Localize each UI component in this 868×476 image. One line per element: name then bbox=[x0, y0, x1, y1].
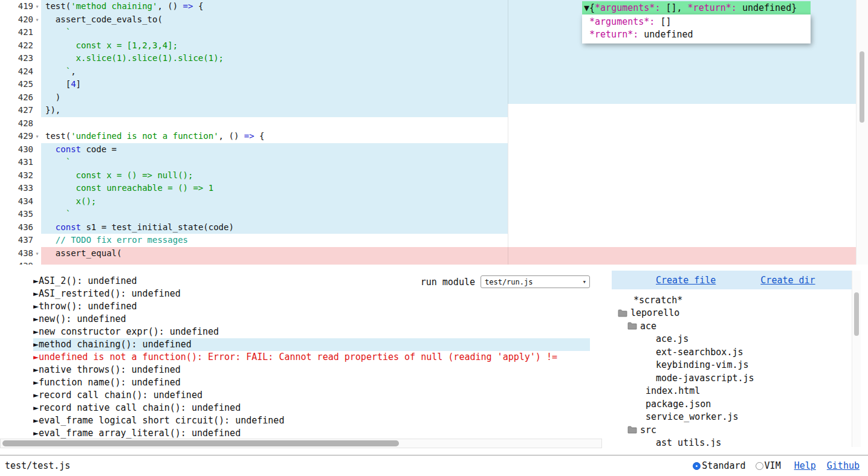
file-name: ace.js bbox=[656, 333, 688, 344]
expand-arrow-icon[interactable]: ► bbox=[33, 402, 39, 413]
expand-arrow-icon[interactable]: ► bbox=[33, 352, 39, 362]
file-item[interactable]: service_worker.js bbox=[612, 411, 861, 424]
test-result-row[interactable]: ►undefined is not a function(): Error: F… bbox=[33, 351, 590, 364]
fold-marker-icon[interactable]: ▾ bbox=[33, 247, 41, 260]
code-token: *return*: bbox=[589, 29, 638, 40]
code-line[interactable]: ` bbox=[41, 208, 868, 221]
code-editor[interactable]: 419▾test('method chaining', () => {420▾ … bbox=[0, 0, 868, 265]
editor-line[interactable]: 426 ) bbox=[0, 91, 868, 105]
expand-arrow-icon[interactable]: ► bbox=[33, 415, 39, 426]
code-token: *return* bbox=[688, 2, 731, 13]
create-file-link[interactable]: Create file bbox=[656, 275, 716, 286]
test-result-row[interactable]: ►ASI_restrited(): undefined bbox=[33, 288, 590, 300]
code-line[interactable]: const s1 = test_initial_state(code) bbox=[41, 221, 868, 234]
expand-arrow-icon[interactable]: ► bbox=[33, 428, 39, 439]
file-item[interactable]: *scratch* bbox=[612, 294, 861, 307]
code-line[interactable]: x(); bbox=[41, 195, 868, 208]
file-item[interactable]: ace.js bbox=[612, 333, 861, 346]
fold-marker-icon[interactable]: ▾ bbox=[33, 13, 41, 27]
value-tooltip-row[interactable]: *return*: undefined bbox=[582, 28, 811, 41]
editor-line[interactable]: 434 x(); bbox=[0, 195, 868, 208]
horizontal-scrollbar-thumb[interactable] bbox=[2, 440, 399, 446]
expand-arrow-icon[interactable]: ► bbox=[33, 364, 39, 375]
test-result-row[interactable]: ►new(): undefined bbox=[33, 313, 590, 326]
test-result-row[interactable]: ►record native call chain(): undefined bbox=[33, 402, 590, 414]
code-line[interactable]: }), bbox=[41, 104, 868, 117]
code-line[interactable]: `, bbox=[41, 65, 868, 79]
test-result-row[interactable]: ►record call chain(): undefined bbox=[33, 389, 590, 402]
editor-line[interactable]: 424 `, bbox=[0, 65, 868, 79]
editor-line[interactable]: 430 const code = bbox=[0, 143, 868, 156]
code-line[interactable] bbox=[41, 260, 868, 265]
file-item[interactable]: ext-searchbox.js bbox=[612, 346, 861, 359]
test-result-row[interactable]: ►method chaining(): undefined bbox=[33, 338, 590, 351]
expand-arrow-icon[interactable]: ► bbox=[33, 288, 39, 299]
code-line[interactable]: const x = () => null(); bbox=[41, 169, 868, 182]
code-line[interactable]: assert_equal( bbox=[41, 247, 868, 260]
help-link[interactable]: Help bbox=[794, 460, 816, 471]
editor-line[interactable]: 439 bbox=[0, 260, 868, 265]
editor-line[interactable]: 438▾ assert_equal( bbox=[0, 247, 868, 260]
expand-arrow-icon[interactable]: ► bbox=[33, 377, 39, 388]
code-token: : bbox=[731, 2, 737, 13]
editor-line[interactable]: 427}), bbox=[0, 104, 868, 117]
test-result-row[interactable]: ►throw(): undefined bbox=[33, 300, 590, 313]
expand-arrow-icon[interactable]: ► bbox=[33, 390, 39, 400]
editor-line[interactable]: 435 ` bbox=[0, 208, 868, 221]
horizontal-scrollbar[interactable] bbox=[0, 439, 602, 448]
value-tooltip-header[interactable]: ▼{*arguments*: [], *return*: undefined} bbox=[582, 1, 811, 14]
folder-item[interactable]: src bbox=[612, 423, 861, 437]
file-name: src bbox=[640, 425, 656, 436]
create-dir-link[interactable]: Create dir bbox=[760, 275, 815, 286]
test-result-row[interactable]: ►eval_frame logical short circuit(): und… bbox=[33, 414, 590, 427]
fold-marker-icon[interactable]: ▾ bbox=[33, 130, 41, 143]
run-module-select[interactable]: test/run.js ▾ bbox=[481, 275, 590, 288]
fold-marker-icon[interactable]: ▾ bbox=[33, 0, 41, 13]
value-inspector-tooltip: ▼{*arguments*: [], *return*: undefined} … bbox=[582, 1, 811, 43]
code-token: undefined bbox=[737, 2, 791, 13]
file-item[interactable]: ast_utils.js bbox=[612, 437, 861, 448]
file-item[interactable]: mode-javascript.js bbox=[612, 371, 861, 385]
editor-scrollbar[interactable] bbox=[856, 0, 868, 265]
code-line[interactable]: const unreachable = () => 1 bbox=[41, 182, 868, 195]
code-line[interactable] bbox=[41, 117, 868, 130]
github-link[interactable]: Github bbox=[827, 460, 860, 471]
code-line[interactable]: ) bbox=[41, 91, 868, 105]
editor-line[interactable]: 425 [4] bbox=[0, 78, 868, 91]
editor-line[interactable]: 423 x.slice(1).slice(1).slice(1); bbox=[0, 52, 868, 65]
editor-line[interactable]: 431 ` bbox=[0, 156, 868, 169]
code-line[interactable]: // TODO fix error messages bbox=[41, 234, 868, 247]
editor-line[interactable]: 428 bbox=[0, 117, 868, 130]
expand-arrow-icon[interactable]: ► bbox=[33, 339, 39, 350]
value-tooltip-row[interactable]: *arguments*: [] bbox=[582, 16, 811, 28]
test-result-row[interactable]: ►native throws(): undefined bbox=[33, 364, 590, 376]
files-scrollbar-thumb[interactable] bbox=[854, 292, 859, 336]
expand-arrow-icon[interactable]: ► bbox=[33, 314, 39, 324]
code-line[interactable]: ` bbox=[41, 156, 868, 169]
code-line[interactable]: const code = bbox=[41, 143, 868, 156]
folder-item[interactable]: leporello bbox=[612, 307, 861, 320]
test-result-row[interactable]: ►function name(): undefined bbox=[33, 376, 590, 389]
editor-line[interactable]: 433 const unreachable = () => 1 bbox=[0, 182, 868, 195]
code-token: test( bbox=[45, 131, 71, 141]
expand-arrow-icon[interactable]: ► bbox=[33, 275, 39, 286]
editor-line[interactable]: 436 const s1 = test_initial_state(code) bbox=[0, 221, 868, 234]
code-line[interactable]: x.slice(1).slice(1).slice(1); bbox=[41, 52, 868, 65]
expand-arrow-icon[interactable]: ► bbox=[33, 301, 39, 312]
expand-arrow-icon[interactable]: ► bbox=[33, 326, 39, 337]
test-result-row[interactable]: ►new constructor expr(): undefined bbox=[33, 326, 590, 338]
editor-line[interactable]: 432 const x = () => null(); bbox=[0, 169, 868, 182]
file-item[interactable]: keybinding-vim.js bbox=[612, 359, 861, 372]
code-line[interactable]: test('undefined is not a function', () =… bbox=[41, 130, 868, 143]
files-scrollbar[interactable] bbox=[852, 271, 861, 447]
file-item[interactable]: index.html bbox=[612, 385, 861, 398]
test-result-row[interactable]: ►eval_frame array_literal(): undefined bbox=[33, 427, 590, 440]
vim-mode-radio[interactable] bbox=[756, 462, 763, 470]
editor-line[interactable]: 429▾test('undefined is not a function', … bbox=[0, 130, 868, 143]
code-line[interactable]: [4] bbox=[41, 78, 868, 91]
file-item[interactable]: package.json bbox=[612, 397, 861, 411]
editor-scrollbar-thumb[interactable] bbox=[860, 51, 864, 123]
standard-mode-radio[interactable] bbox=[693, 462, 701, 470]
folder-item[interactable]: ace bbox=[612, 320, 861, 333]
editor-line[interactable]: 437 // TODO fix error messages bbox=[0, 234, 868, 247]
